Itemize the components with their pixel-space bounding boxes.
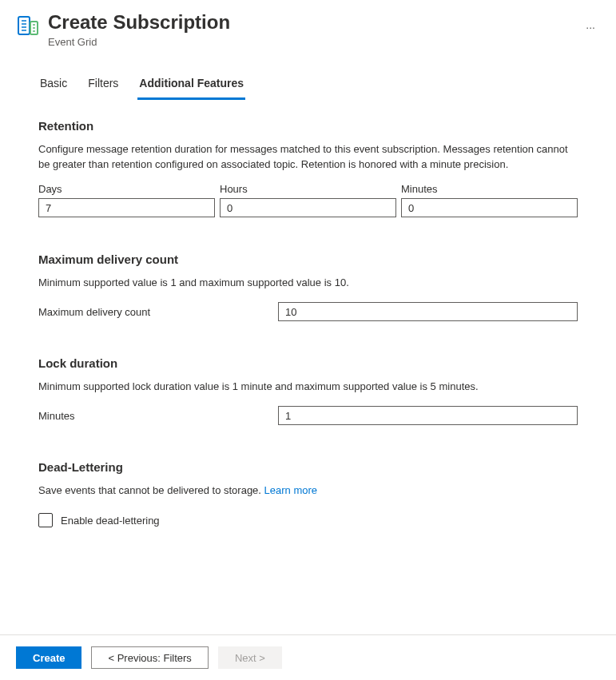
- more-icon[interactable]: ···: [581, 16, 600, 38]
- retention-section: Retention Configure message retention du…: [38, 119, 578, 218]
- enable-dead-lettering-checkbox[interactable]: [38, 513, 53, 527]
- next-button: Next >: [218, 646, 282, 669]
- minutes-label: Minutes: [401, 183, 578, 195]
- retention-fields: Days Hours Minutes: [38, 183, 578, 217]
- max-delivery-desc: Minimum supported value is 1 and maximum…: [38, 276, 578, 291]
- dead-lettering-checkbox-row: Enable dead-lettering: [38, 513, 578, 527]
- enable-dead-lettering-label: Enable dead-lettering: [61, 515, 160, 527]
- retention-desc: Configure message retention duration for…: [38, 142, 578, 173]
- page-header: Create Subscription Event Grid ···: [0, 0, 616, 56]
- svg-rect-0: [18, 17, 30, 34]
- content: Retention Configure message retention du…: [0, 100, 616, 579]
- learn-more-link[interactable]: Learn more: [264, 484, 317, 496]
- retention-title: Retention: [38, 119, 578, 133]
- page-title: Create Subscription: [48, 11, 563, 34]
- page-subtitle: Event Grid: [48, 36, 563, 48]
- lock-duration-field: Minutes: [38, 406, 578, 425]
- subscription-icon: [16, 14, 38, 37]
- max-delivery-field: Maximum delivery count: [38, 302, 578, 321]
- tabs: Basic Filters Additional Features: [0, 56, 616, 100]
- lock-duration-label: Minutes: [38, 410, 270, 422]
- previous-button[interactable]: < Previous: Filters: [91, 646, 208, 669]
- retention-days-col: Days: [38, 183, 215, 217]
- max-delivery-section: Maximum delivery count Minimum supported…: [38, 253, 578, 321]
- hours-input[interactable]: [220, 198, 396, 217]
- dead-lettering-section: Dead-Lettering Save events that cannot b…: [38, 460, 578, 527]
- dead-lettering-desc: Save events that cannot be delivered to …: [38, 483, 578, 499]
- footer: Create < Previous: Filters Next >: [0, 634, 616, 680]
- dead-lettering-title: Dead-Lettering: [38, 460, 578, 474]
- lock-duration-section: Lock duration Minimum supported lock dur…: [38, 356, 578, 425]
- tab-additional-features[interactable]: Additional Features: [137, 72, 245, 100]
- create-button[interactable]: Create: [16, 646, 81, 669]
- hours-label: Hours: [220, 183, 396, 195]
- minutes-input[interactable]: [401, 198, 578, 217]
- days-input[interactable]: [38, 198, 215, 217]
- header-text: Create Subscription Event Grid: [48, 11, 563, 48]
- retention-hours-col: Hours: [220, 183, 396, 217]
- lock-duration-input[interactable]: [278, 406, 578, 425]
- lock-duration-desc: Minimum supported lock duration value is…: [38, 380, 578, 395]
- dead-lettering-desc-text: Save events that cannot be delivered to …: [38, 484, 264, 496]
- max-delivery-title: Maximum delivery count: [38, 253, 578, 266]
- tab-filters[interactable]: Filters: [86, 72, 120, 100]
- lock-duration-title: Lock duration: [38, 356, 578, 370]
- max-delivery-input[interactable]: [278, 302, 578, 321]
- tab-basic[interactable]: Basic: [38, 72, 69, 100]
- retention-minutes-col: Minutes: [401, 183, 578, 217]
- max-delivery-label: Maximum delivery count: [38, 306, 270, 318]
- days-label: Days: [38, 183, 215, 195]
